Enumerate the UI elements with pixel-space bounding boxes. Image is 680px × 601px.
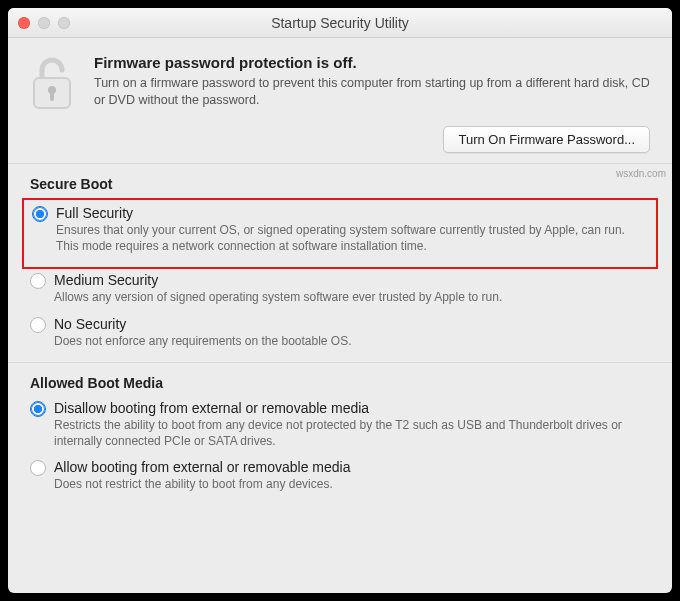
option-description: Restricts the ability to boot from any d… <box>54 417 650 449</box>
option-description: Ensures that only your current OS, or si… <box>56 222 648 254</box>
firmware-heading: Firmware password protection is off. <box>94 54 652 71</box>
firmware-text: Firmware password protection is off. Tur… <box>94 54 652 109</box>
option-description: Allows any version of signed operating s… <box>54 289 650 305</box>
option-label: Allow booting from external or removable… <box>54 459 650 475</box>
radio-medium-security[interactable] <box>30 273 46 289</box>
firmware-section: Firmware password protection is off. Tur… <box>8 54 672 126</box>
firmware-button-row: Turn On Firmware Password... <box>8 126 672 163</box>
radio-disallow-external[interactable] <box>30 401 46 417</box>
svg-rect-2 <box>50 92 54 101</box>
startup-security-window: Startup Security Utility Firmware passwo… <box>8 8 672 593</box>
allowed-boot-option-allow[interactable]: Allow booting from external or removable… <box>30 456 650 499</box>
zoom-window-button <box>58 17 70 29</box>
secure-boot-option-medium[interactable]: Medium Security Allows any version of si… <box>30 269 650 312</box>
watermark-text: wsxdn.com <box>616 168 666 179</box>
turn-on-firmware-password-button[interactable]: Turn On Firmware Password... <box>443 126 650 153</box>
option-label: Disallow booting from external or remova… <box>54 400 650 416</box>
divider <box>8 163 672 164</box>
window-title: Startup Security Utility <box>8 15 672 31</box>
option-description: Does not restrict the ability to boot fr… <box>54 476 650 492</box>
option-description: Does not enforce any requirements on the… <box>54 333 650 349</box>
full-security-highlight: Full Security Ensures that only your cur… <box>22 198 658 269</box>
option-label: Medium Security <box>54 272 650 288</box>
secure-boot-option-full[interactable]: Full Security Ensures that only your cur… <box>32 202 648 261</box>
secure-boot-title: Secure Boot <box>8 172 672 198</box>
lock-open-icon <box>28 56 76 112</box>
radio-no-security[interactable] <box>30 317 46 333</box>
minimize-window-button <box>38 17 50 29</box>
close-window-button[interactable] <box>18 17 30 29</box>
option-label: No Security <box>54 316 650 332</box>
allowed-boot-options: Disallow booting from external or remova… <box>8 397 672 500</box>
allowed-boot-title: Allowed Boot Media <box>8 371 672 397</box>
content-area: Firmware password protection is off. Tur… <box>8 38 672 499</box>
traffic-lights <box>18 17 70 29</box>
divider <box>8 362 672 363</box>
allowed-boot-option-disallow[interactable]: Disallow booting from external or remova… <box>30 397 650 456</box>
radio-allow-external[interactable] <box>30 460 46 476</box>
option-label: Full Security <box>56 205 648 221</box>
firmware-description: Turn on a firmware password to prevent t… <box>94 75 652 109</box>
radio-full-security[interactable] <box>32 206 48 222</box>
titlebar: Startup Security Utility <box>8 8 672 38</box>
secure-boot-option-none[interactable]: No Security Does not enforce any require… <box>30 313 650 356</box>
secure-boot-options: Medium Security Allows any version of si… <box>8 269 672 355</box>
